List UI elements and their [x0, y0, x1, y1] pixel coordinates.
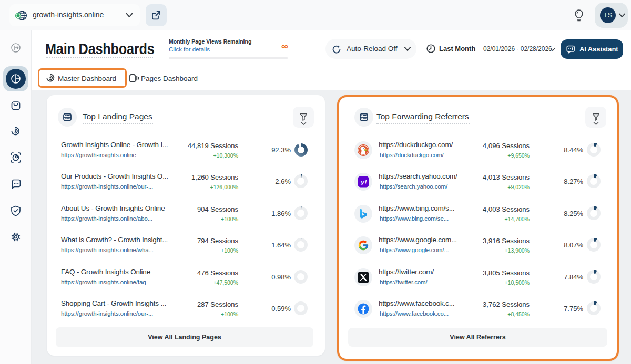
svg-text:!: !	[365, 179, 367, 185]
svg-text:y: y	[360, 179, 364, 185]
